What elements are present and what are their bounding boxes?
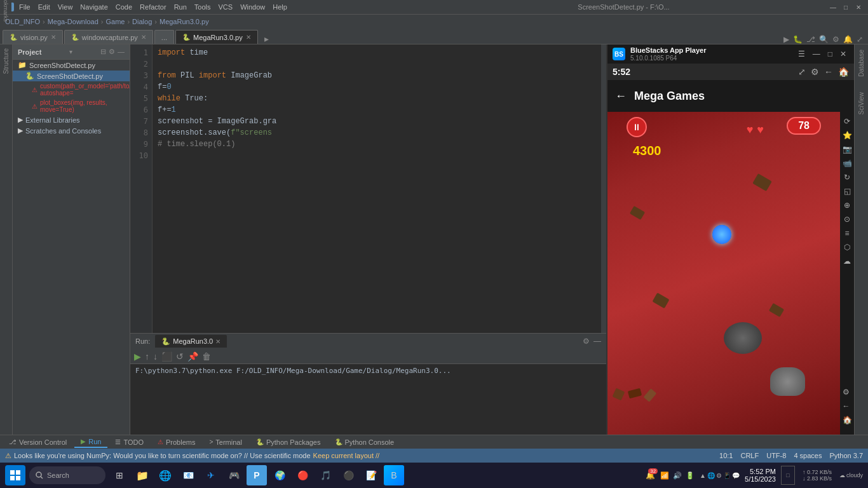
run-pin-icon[interactable]: 📌 [187,351,198,362]
bs-pause-button[interactable]: ⏸ [627,117,647,137]
bs-bottom-icon-1[interactable]: ⚙ [843,388,852,396]
minimize-run-icon[interactable]: — [593,337,601,346]
show-desktop-button[interactable]: □ [781,466,795,485]
bs-maximize-button[interactable]: □ [825,50,835,58]
close-tab-icon[interactable]: ✕ [141,34,146,41]
notion-icon[interactable]: 📝 [361,465,381,485]
language[interactable]: Python 3.7 [829,452,863,459]
tree-root[interactable]: 📁 ScreenShotDetect.py [13,60,130,71]
bs-icon-5[interactable]: ↻ [844,173,850,182]
tab-terminal[interactable]: > Terminal [203,437,248,447]
tab-python-packages[interactable]: 🐍 Python Packages [250,437,327,447]
search-box[interactable]: Search [29,466,105,484]
run-rerun-icon[interactable]: ↺ [176,351,184,362]
structure-label[interactable]: Structure [3,48,10,74]
tree-scratches[interactable]: ▶ Scratches and Consoles [13,125,130,136]
tree-file[interactable]: 🐍 ScreenShotDetect.py [13,71,130,81]
tree-external[interactable]: ▶ External Libraries [13,114,130,125]
tray-icon-1[interactable]: 🌐 [707,472,715,479]
collapse-icon[interactable]: ⊟ [100,48,106,56]
start-button[interactable] [5,465,25,485]
bs-back-button[interactable]: ← [615,90,627,103]
browser-icon[interactable]: 🌍 [269,465,290,485]
tab-todo[interactable]: ☰ TODO [109,437,150,447]
menu-tools[interactable]: Tools [194,3,211,11]
run-play-icon[interactable]: ▶ [134,351,141,362]
line-col[interactable]: 10:1 [719,452,733,459]
bs-bottom-icon-2[interactable]: ← [843,402,852,410]
menu-code[interactable]: Code [116,3,132,11]
close-tab-icon[interactable]: ✕ [246,34,251,41]
scroll-tabs-icon[interactable]: ▸ [264,34,269,44]
obs-icon[interactable]: ⚫ [338,465,358,485]
database-vtab[interactable]: Database [857,47,866,79]
close-tab-icon[interactable]: ✕ [51,34,56,41]
settings-icon[interactable]: ⚙ [109,48,115,56]
breadcrumb-part[interactable]: Game [105,18,125,25]
run-tab-megarun[interactable]: 🐍 MegaRun3.0 ✕ [155,335,227,348]
telegram-icon[interactable]: ✈ [201,465,221,485]
hide-icon[interactable]: — [118,48,125,56]
media-icon[interactable]: 🎵 [315,465,336,485]
run-stop-icon[interactable]: ⬛ [161,351,172,362]
menu-bar[interactable]: File Edit View Navigate Code Refactor Ru… [19,3,419,11]
tree-error-2[interactable]: ⚠ plot_boxes(img, results, move=True) [13,98,130,114]
tray-icon-4[interactable]: 💬 [732,472,740,479]
pycharm-taskbar-icon[interactable]: P [247,465,267,485]
notification-badge[interactable]: 🔔 32 [646,471,655,480]
mail-icon[interactable]: 📧 [178,465,198,485]
bs-hamburger-icon[interactable]: ☰ [796,50,808,58]
bs-bottom-icon-3[interactable]: 🏠 [843,416,852,424]
menu-vcs[interactable]: VCS [219,3,233,11]
tree-error-1[interactable]: ⚠ custom(path_or_model='path/to/model.pt… [13,81,130,98]
minimize-button[interactable]: — [829,3,837,11]
tab-run[interactable]: ▶ Run [74,437,107,448]
bs-icon-2[interactable]: ⭐ [843,131,852,140]
expand-icon[interactable]: ⤢ [857,35,863,44]
run-up-icon[interactable]: ↑ [145,351,149,362]
bs-expand-icon[interactable]: ⤢ [798,67,806,77]
tab-problems[interactable]: ⚠ Problems [151,437,201,447]
menu-view[interactable]: View [58,3,73,11]
menu-help[interactable]: Help [273,3,287,11]
bs-icon-11[interactable]: ☁ [843,257,851,266]
bs-icon-8[interactable]: ⊙ [844,215,850,224]
taskview-button[interactable]: ⊞ [109,465,130,485]
menu-edit[interactable]: Edit [38,3,50,11]
tab-more[interactable]: ... [154,30,174,44]
search-button[interactable]: 🔍 [819,35,829,44]
breadcrumb-part[interactable]: Dialog [132,18,152,25]
bs-icon-9[interactable]: ≡ [844,229,849,238]
bs-home-icon[interactable]: 🏠 [838,67,849,77]
maximize-button[interactable]: □ [841,3,850,11]
bs-settings-icon[interactable]: ⚙ [811,67,819,77]
settings-run-icon[interactable]: ⚙ [583,337,590,346]
run-clear-icon[interactable]: 🗑 [202,351,211,362]
bs-icon-1[interactable]: ⟳ [844,117,850,126]
breadcrumb-part[interactable]: Mega-Download [48,18,98,25]
bs-close-button[interactable]: ✕ [837,50,849,58]
close-run-tab-icon[interactable]: ✕ [215,338,220,345]
edge-icon[interactable]: 🌐 [155,465,175,485]
menu-file[interactable]: File [19,3,31,11]
tray-icon-3[interactable]: 📱 [723,472,731,479]
bs-minimize-button[interactable]: — [810,50,823,58]
bs-icon-10[interactable]: ⬡ [844,243,850,252]
close-button[interactable]: ✕ [854,3,863,11]
file-explorer-icon[interactable]: 📁 [132,465,153,485]
discord-icon[interactable]: 🎮 [224,465,244,485]
bs-icon-7[interactable]: ⊕ [844,201,850,210]
bs-back-top-icon[interactable]: ← [824,67,833,77]
up-arrow-tray[interactable]: ▲ [700,472,706,479]
line-ending[interactable]: CRLF [740,452,759,459]
debug-button-header[interactable]: 🐛 [793,35,803,44]
run-down-icon[interactable]: ↓ [153,351,158,362]
dropdown-icon[interactable]: ▾ [69,48,72,55]
chrome-icon[interactable]: 🔴 [292,465,313,485]
settings-button[interactable]: ⚙ [832,35,839,44]
clock[interactable]: 5:52 PM 5/15/2023 [745,468,776,483]
menu-window[interactable]: Window [240,3,265,11]
bluestacks-tb-icon[interactable]: B [384,465,404,485]
encoding[interactable]: UTF-8 [766,452,786,459]
breadcrumb-part[interactable]: OLD_INFO [5,18,40,25]
